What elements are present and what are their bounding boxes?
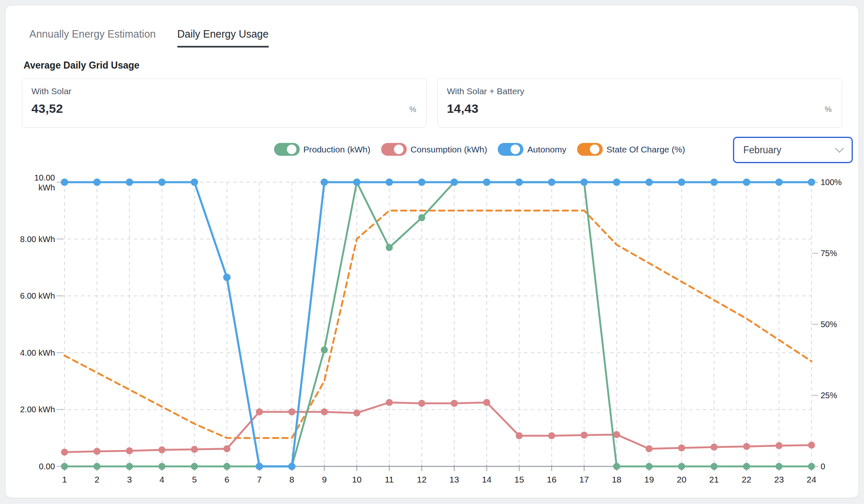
svg-text:2: 2	[95, 475, 100, 484]
svg-text:0.00: 0.00	[39, 462, 55, 471]
stat-card-value: 43,52	[31, 102, 63, 116]
legend-item-consumption-kwh: Consumption (kWh)	[381, 143, 487, 156]
stat-card-with-solar: With Solar 43,52 %	[22, 78, 427, 128]
stat-card-title: With Solar	[31, 86, 416, 96]
svg-text:13: 13	[449, 475, 459, 484]
svg-text:22: 22	[742, 475, 751, 484]
series-autonomy-points	[61, 178, 815, 470]
svg-text:8: 8	[289, 475, 294, 484]
series-production-kwh	[61, 179, 815, 470]
tab-daily-energy-usage[interactable]: Daily Energy Usage	[177, 27, 269, 48]
y-axis-left-labels: 0.002.00 kWh4.00 kWh6.00 kWh8.00 kWh10.0…	[20, 173, 63, 471]
legend-item-production-kwh: Production (kWh)	[274, 143, 370, 156]
stat-card-unit: %	[825, 105, 832, 116]
svg-text:20: 20	[677, 475, 686, 484]
tab-bar: Annually Energy Estimation Daily Energy …	[29, 27, 269, 48]
toggle-knob	[511, 145, 520, 154]
svg-text:0: 0	[821, 462, 825, 471]
svg-text:2.00 kWh: 2.00 kWh	[20, 405, 55, 414]
main-card: Annually Energy Estimation Daily Energy …	[5, 5, 859, 498]
svg-text:18: 18	[612, 475, 621, 484]
legend-toggle-consumption-kwh[interactable]	[381, 143, 407, 156]
series-production-kwh-line	[64, 182, 811, 466]
legend-label: Production (kWh)	[303, 145, 370, 155]
svg-text:16: 16	[547, 475, 556, 484]
series-consumption-kwh	[61, 399, 815, 456]
toggle-knob	[287, 145, 296, 154]
svg-text:4.00 kWh: 4.00 kWh	[20, 348, 55, 357]
svg-text:17: 17	[579, 475, 589, 484]
svg-text:15: 15	[514, 475, 524, 484]
svg-text:1: 1	[62, 475, 67, 484]
svg-text:11: 11	[385, 475, 394, 484]
svg-text:100%: 100%	[821, 178, 842, 187]
stat-card-value: 14,43	[447, 102, 479, 116]
svg-text:14: 14	[482, 475, 492, 484]
tab-annually-energy-estimation[interactable]: Annually Energy Estimation	[29, 27, 156, 48]
svg-text:23: 23	[774, 475, 784, 484]
svg-text:8.00 kWh: 8.00 kWh	[20, 235, 55, 244]
svg-text:5: 5	[192, 475, 197, 484]
svg-text:75%: 75%	[821, 249, 837, 258]
legend-toggle-state-of-charge[interactable]	[577, 143, 603, 156]
page-title: Average Daily Grid Usage	[24, 60, 139, 71]
y-axis-right-labels: 025%50%75%100%	[812, 178, 842, 471]
series-autonomy	[61, 178, 815, 470]
svg-text:50%: 50%	[821, 320, 837, 329]
svg-text:24: 24	[807, 475, 816, 484]
legend-label: Consumption (kWh)	[411, 145, 487, 155]
svg-text:6.00 kWh: 6.00 kWh	[20, 291, 55, 300]
svg-text:25%: 25%	[821, 391, 837, 400]
svg-text:3: 3	[127, 475, 132, 484]
legend-toggle-production-kwh[interactable]	[274, 143, 300, 156]
svg-text:12: 12	[417, 475, 427, 484]
svg-text:9: 9	[322, 475, 327, 484]
stat-card-with-solar-battery: With Solar + Battery 14,43 %	[437, 78, 842, 128]
month-dropdown-value: February	[743, 145, 781, 156]
svg-text:4: 4	[160, 475, 165, 484]
svg-text:kWh: kWh	[38, 183, 55, 192]
series-autonomy-line	[64, 182, 811, 466]
energy-chart: 1234567891011121314151617181920212223240…	[5, 166, 864, 497]
x-axis-labels: 123456789101112131415161718192021222324	[62, 475, 816, 484]
stat-cards-row: With Solar 43,52 % With Solar + Battery …	[22, 78, 842, 128]
toggle-knob	[590, 145, 599, 154]
svg-text:21: 21	[709, 475, 719, 484]
gridlines	[61, 182, 811, 466]
stat-card-title: With Solar + Battery	[447, 86, 832, 96]
month-dropdown[interactable]: February	[733, 137, 853, 163]
svg-text:10.00: 10.00	[34, 173, 55, 182]
legend-item-autonomy: Autonomy	[498, 143, 566, 156]
svg-text:6: 6	[224, 475, 229, 484]
legend-label: State Of Charge (%)	[606, 145, 685, 155]
legend-label: Autonomy	[527, 145, 566, 155]
svg-text:10: 10	[352, 475, 361, 484]
svg-text:19: 19	[644, 475, 654, 484]
toggle-knob	[394, 145, 403, 154]
chevron-down-icon	[835, 144, 844, 152]
legend-item-state-of-charge: State Of Charge (%)	[577, 143, 685, 156]
series-production-kwh-points	[61, 179, 815, 470]
stat-card-unit: %	[409, 105, 416, 116]
svg-text:7: 7	[257, 475, 262, 484]
legend-toggle-autonomy[interactable]	[498, 143, 523, 156]
